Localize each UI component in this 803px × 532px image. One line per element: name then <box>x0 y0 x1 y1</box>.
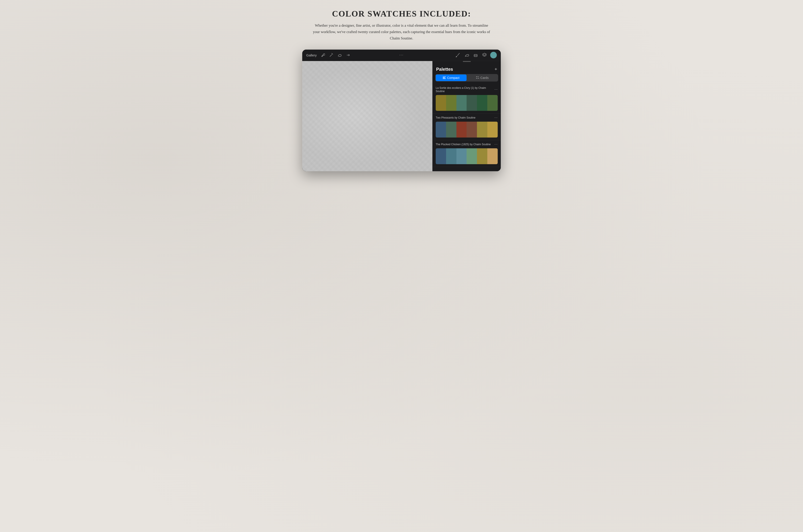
color-swatches[interactable] <box>436 122 498 137</box>
svg-line-2 <box>332 53 332 54</box>
magic-wand-icon[interactable] <box>329 53 333 57</box>
gallery-button[interactable]: Gallery <box>306 53 317 57</box>
top-bar-right <box>433 52 497 58</box>
palette-name: The Plucked Chicken (1925) by Chaim Sout… <box>436 143 494 146</box>
color-swatches[interactable] <box>436 95 498 111</box>
transform-icon[interactable] <box>346 53 350 57</box>
palette-item-header: La Sortie des ecoliers a Civry (1) by Ch… <box>436 87 498 93</box>
palette-item-header: The Plucked Chicken (1925) by Chaim Sout… <box>436 142 498 147</box>
wrench-icon[interactable] <box>321 53 325 57</box>
compact-label: Compact <box>447 76 459 79</box>
palettes-panel: Palettes + Compact <box>432 61 501 171</box>
swatch[interactable] <box>436 95 446 111</box>
palette-more-button[interactable]: ··· <box>494 116 498 120</box>
swatch[interactable] <box>456 148 467 164</box>
swatch[interactable] <box>477 95 487 111</box>
swatch[interactable] <box>467 148 477 164</box>
eraser-icon[interactable] <box>473 52 479 58</box>
swatch[interactable] <box>446 148 456 164</box>
swatch[interactable] <box>456 95 467 111</box>
active-color-swatch[interactable] <box>490 52 497 58</box>
top-bar-center: ··· <box>370 53 433 58</box>
canvas-texture[interactable] <box>302 61 432 171</box>
swatch[interactable] <box>487 95 498 111</box>
top-bar-left: Gallery <box>306 53 370 57</box>
swatch[interactable] <box>446 122 456 137</box>
swatch[interactable] <box>477 148 487 164</box>
layers-icon[interactable] <box>481 52 488 58</box>
cards-view-button[interactable]: Cards <box>467 75 498 81</box>
palette-list: La Sortie des ecoliers a Civry (1) by Ch… <box>433 84 501 171</box>
page-title: COLOR SWATCHES INCLUDED: <box>332 9 471 19</box>
swatch[interactable] <box>487 122 498 137</box>
list-item: The Plucked Chicken (1925) by Chaim Sout… <box>433 140 501 167</box>
ipad-mockup: Gallery ··· <box>302 50 501 171</box>
color-swatches[interactable] <box>436 148 498 164</box>
palette-name: La Sortie des ecoliers a Civry (1) by Ch… <box>436 87 494 93</box>
compact-icon <box>443 77 446 79</box>
swatch[interactable] <box>446 95 456 111</box>
main-area: Palettes + Compact <box>302 61 501 171</box>
drag-handle[interactable] <box>463 61 471 62</box>
cards-label: Cards <box>480 76 489 79</box>
svg-line-0 <box>330 54 332 57</box>
swatch[interactable] <box>436 122 446 137</box>
svg-line-4 <box>457 53 459 56</box>
cards-icon <box>476 76 479 79</box>
list-item: La Sortie des ecoliers a Civry (1) by Ch… <box>433 84 501 114</box>
view-toggle: Compact Cards <box>435 74 498 81</box>
swatch[interactable] <box>477 122 487 137</box>
page-subtitle: Whether you're a designer, fine artist, … <box>311 22 492 42</box>
swatch[interactable] <box>456 122 467 137</box>
top-bar: Gallery ··· <box>302 50 501 61</box>
swatch[interactable] <box>487 148 498 164</box>
smudge-icon[interactable] <box>337 53 342 57</box>
palette-more-button[interactable]: ··· <box>494 142 498 147</box>
palette-more-button[interactable]: ··· <box>494 88 498 92</box>
palettes-header: Palettes + <box>433 64 501 74</box>
compact-view-button[interactable]: Compact <box>436 75 467 81</box>
more-options-icon[interactable]: ··· <box>399 53 404 58</box>
smudge-tool-icon[interactable] <box>464 52 470 58</box>
swatch[interactable] <box>467 122 477 137</box>
svg-marker-7 <box>482 53 487 55</box>
swatch[interactable] <box>436 148 446 164</box>
list-item: Two Pheasants by Chaim Soutine ··· <box>433 114 501 140</box>
add-palette-button[interactable]: + <box>495 67 497 72</box>
palettes-title: Palettes <box>436 67 453 72</box>
palette-name: Two Pheasants by Chaim Soutine <box>436 116 494 120</box>
swatch[interactable] <box>467 95 477 111</box>
brush-icon[interactable] <box>455 52 461 58</box>
palette-item-header: Two Pheasants by Chaim Soutine ··· <box>436 116 498 120</box>
canvas-area[interactable] <box>302 61 432 171</box>
